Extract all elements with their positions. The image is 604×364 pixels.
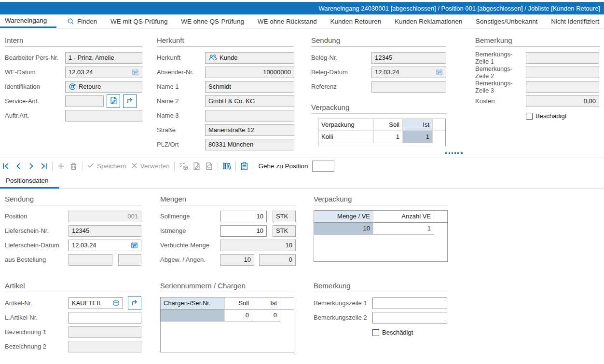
- add-position-button[interactable]: [57, 162, 65, 170]
- tab-kunden-reklamationen[interactable]: Kunden Reklamationen: [392, 14, 465, 28]
- tab-positionsdaten[interactable]: Positionsdaten: [0, 174, 59, 189]
- referenz-field: [371, 81, 446, 93]
- checklist-cube-button[interactable]: [179, 162, 188, 170]
- cell-soll[interactable]: 1: [374, 131, 403, 143]
- herkunft-label: Herkunft: [157, 54, 205, 61]
- artikel-nr-field[interactable]: KAUFTEIL: [69, 297, 123, 309]
- verpackung-kopf-row[interactable]: Kolli 1 1: [318, 131, 445, 143]
- speichern-button[interactable]: Speichern: [87, 162, 126, 171]
- chargen-table: Chargen-/Ser.Nr. Soll Ist 0 0: [160, 297, 294, 352]
- section-title-artikel: Artikel: [5, 282, 141, 292]
- beschaedigt-checkbox[interactable]: [526, 113, 533, 120]
- lieferschein-datum-field[interactable]: 12.03.24: [69, 240, 141, 251]
- kosten-field: 0,00: [526, 95, 599, 107]
- bezeichnung2-field: [69, 341, 141, 352]
- verwerfen-button[interactable]: Verwerfen: [131, 162, 170, 171]
- col-header-verpackung: Verpackung: [318, 119, 374, 131]
- beschaedigt-label: Beschädigt: [535, 112, 566, 120]
- cell-menge-ve[interactable]: 10: [314, 223, 373, 235]
- sollmenge-einheit-field: STK: [273, 211, 296, 222]
- document-edit-button[interactable]: [192, 162, 201, 170]
- clipboard-report-button[interactable]: [240, 162, 248, 170]
- journal-button[interactable]: [222, 162, 231, 170]
- calendar-icon[interactable]: [131, 242, 138, 249]
- aus-bestellung-label: aus Bestellung: [5, 256, 69, 263]
- service-anf-field: [65, 95, 104, 107]
- position-toolbar: Speichern Verwerfen Gehe zu Position: [0, 158, 604, 174]
- last-record-button[interactable]: [40, 162, 48, 170]
- table-resize-dots[interactable]: [445, 152, 463, 154]
- istmenge-label: Istmenge: [160, 227, 220, 234]
- bezeichnung1-label: Bezeichnung 1: [5, 328, 69, 336]
- cell-verpackung[interactable]: Kolli: [318, 131, 374, 143]
- bemerkung-zeile2-field: [526, 67, 599, 78]
- istmenge-field[interactable]: 10: [220, 225, 267, 237]
- tab-finden[interactable]: Finden: [64, 14, 100, 28]
- col-header-menge-ve: Menge / VE: [314, 211, 373, 223]
- beleg-nr-label: Beleg-Nr.: [311, 54, 371, 61]
- delete-position-button[interactable]: [69, 162, 78, 170]
- bearbeiter-field: 1 - Prinz, Amelie: [65, 52, 142, 64]
- cell-anzahl-ve[interactable]: 1: [373, 223, 434, 235]
- beschaedigt-checkbox[interactable]: [372, 329, 379, 336]
- goto-service-button[interactable]: [123, 94, 137, 108]
- cube-icon[interactable]: [112, 299, 120, 307]
- chargen-row[interactable]: 0 0: [161, 310, 294, 322]
- x-icon: [131, 162, 138, 171]
- section-artikel: Artikel Artikel-Nr. KAUFTEIL L.Artikel-N…: [5, 282, 141, 355]
- bemerkung-zeile3-field: [526, 81, 599, 93]
- document-refresh-button[interactable]: [205, 162, 213, 170]
- tab-kunden-retouren[interactable]: Kunden Retouren: [327, 14, 384, 28]
- section-bemerkung-position: Bemerkung Bemerkungszeile 1 Bemerkungsze…: [314, 282, 448, 341]
- chargen-table-header: Chargen-/Ser.Nr. Soll Ist: [161, 297, 294, 310]
- name3-field: [205, 110, 294, 121]
- herkunft-field: Kunde: [205, 52, 294, 64]
- bearbeiter-label: Bearbeiter Pers-Nr.: [5, 54, 65, 61]
- gehe-zu-position-input[interactable]: [312, 161, 334, 172]
- tab-sonstiges-unbekannt[interactable]: Sonstiges/Unbekannt: [473, 14, 540, 28]
- previous-record-button[interactable]: [14, 162, 23, 170]
- bemerkung-zeile3-label: Bemerkungs-Zeile 3: [475, 80, 526, 94]
- col-header-soll: Soll: [374, 119, 403, 131]
- artikel-nr-label: Artikel-Nr.: [5, 299, 69, 307]
- we-datum-label: WE-Datum: [5, 68, 65, 76]
- tab-we-ohne-rueckstand[interactable]: WE ohne Rückstand: [255, 14, 320, 28]
- sollmenge-field[interactable]: 10: [220, 211, 267, 222]
- we-datum-field: 12.03.24: [65, 67, 142, 78]
- bemerkungszeile1-field[interactable]: [372, 297, 447, 309]
- section-title-verpackung-pos: Verpackung: [314, 195, 448, 205]
- tab-we-mit-qs[interactable]: WE mit QS-Prüfung: [108, 14, 171, 28]
- section-herkunft: Herkunft Herkunft Kunde Absender-Nr. 100…: [157, 36, 294, 153]
- window-title-bar: Wareneingang 24030001 [abgeschlossen] / …: [0, 2, 604, 14]
- goto-artikel-button[interactable]: [128, 297, 141, 310]
- verpackung-pos-row[interactable]: 10 1: [314, 223, 447, 235]
- name1-label: Name 1: [157, 83, 205, 90]
- service-request-button[interactable]: [107, 94, 120, 108]
- section-title-bemerkung: Bemerkung: [475, 36, 600, 47]
- section-sendung-kopf: Sendung Beleg-Nr. 12345 Beleg-Datum 12.0…: [311, 36, 446, 146]
- verbuchte-menge-label: Verbuchte Menge: [160, 242, 220, 249]
- beschaedigt-label: Beschädigt: [382, 329, 413, 336]
- plz-ort-field: 80331 München: [205, 139, 294, 150]
- next-record-button[interactable]: [27, 162, 35, 170]
- first-record-button[interactable]: [2, 162, 10, 170]
- lieferschein-nr-field: 12345: [69, 225, 141, 237]
- cell-ist[interactable]: 0: [252, 310, 280, 322]
- tab-we-ohne-qs[interactable]: WE ohne QS-Prüfung: [178, 14, 247, 28]
- section-verpackung-position: Verpackung Menge / VE Anzahl VE 10 1: [314, 195, 448, 262]
- col-header-soll: Soll: [225, 297, 252, 310]
- cell-chargen-nr[interactable]: [161, 310, 225, 322]
- bemerkungszeile2-field[interactable]: [372, 312, 447, 324]
- section-chargen: Seriennummern / Chargen Chargen-/Ser.Nr.…: [160, 282, 296, 352]
- cell-soll[interactable]: 0: [225, 310, 252, 322]
- name3-label: Name 3: [157, 112, 205, 119]
- section-title-bemerkung-pos: Bemerkung: [314, 282, 448, 292]
- tab-nicht-identifiziert[interactable]: Nicht Identifiziert: [548, 14, 602, 28]
- cell-ist[interactable]: 1: [403, 131, 433, 143]
- l-artikel-nr-label: L.Artikel-Nr.: [5, 314, 69, 321]
- l-artikel-nr-field[interactable]: [69, 312, 141, 324]
- kosten-label: Kosten: [475, 97, 526, 105]
- tab-wareneingang[interactable]: Wareneingang: [0, 14, 56, 28]
- section-title-intern: Intern: [5, 36, 142, 47]
- identifikation-field: Retoure: [65, 81, 142, 93]
